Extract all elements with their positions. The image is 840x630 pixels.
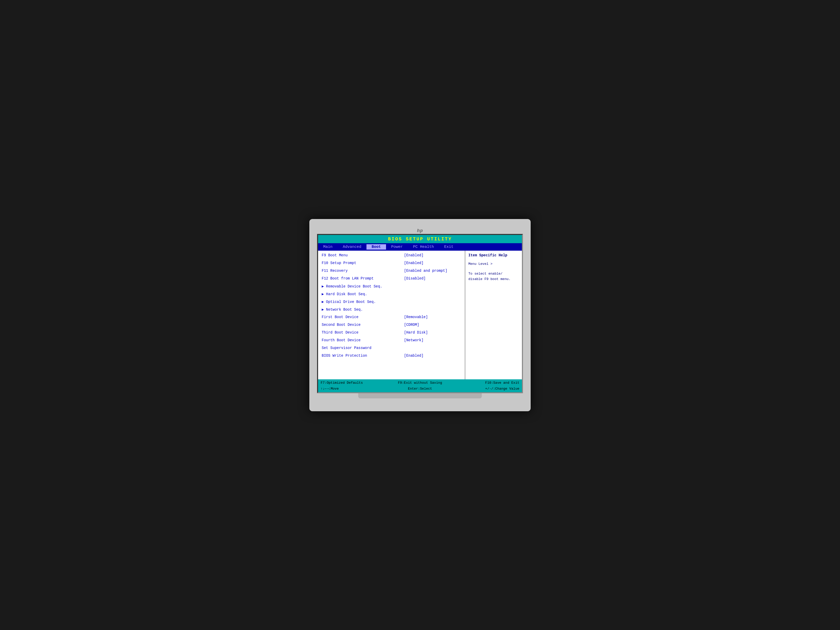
- label-f10-setup: F10 Setup Prompt: [322, 261, 404, 265]
- label-harddisk-boot-seq: Hard Disk Boot Seq.: [322, 292, 404, 296]
- label-third-boot-device: Third Boot Device: [322, 330, 404, 335]
- label-fourth-boot-device: Fourth Boot Device: [322, 338, 404, 342]
- menu-bar: Main Advanced Boot Power PC Health Exit: [318, 243, 522, 251]
- help-title: Item Specific Help: [468, 253, 519, 257]
- row-network-boot-seq[interactable]: Network Boot Seq.: [322, 307, 461, 314]
- label-optical-boot-seq: Optical Drive Boot Seq.: [322, 300, 404, 304]
- value-fourth-boot-device: [Network]: [404, 338, 423, 342]
- footer-bar-row1: F7:Optimized Defaults F9:Exit without Sa…: [318, 379, 522, 386]
- value-first-boot-device: [Removable]: [404, 315, 428, 319]
- menu-pc-health[interactable]: PC Health: [408, 244, 439, 249]
- label-network-boot-seq: Network Boot Seq.: [322, 307, 404, 312]
- menu-boot[interactable]: Boot: [366, 244, 386, 249]
- label-first-boot-device: First Boot Device: [322, 315, 404, 319]
- label-f11-recovery: F11 Recovery: [322, 269, 404, 273]
- footer-bar-row2: ↑↓←→:Move Enter:Select +/-/:Change Value: [318, 386, 522, 392]
- help-menu-level: Menu Level >: [468, 262, 519, 267]
- help-panel: Item Specific Help Menu Level > To selec…: [465, 251, 522, 379]
- monitor: hp BIOS SETUP UTILITY Main Advanced Boot…: [309, 219, 531, 411]
- screen: BIOS SETUP UTILITY Main Advanced Boot Po…: [317, 234, 523, 393]
- main-panel: F9 Boot Menu [Enabled] F10 Setup Prompt …: [318, 251, 465, 379]
- value-f9-boot-menu: [Enabled]: [404, 253, 423, 257]
- row-f12-lan[interactable]: F12 Boot from LAN Prompt [Disabled]: [322, 276, 461, 283]
- row-removable-boot-seq[interactable]: Removable Device Boot Seq.: [322, 284, 461, 291]
- label-removable-boot-seq: Removable Device Boot Seq.: [322, 284, 404, 289]
- menu-exit[interactable]: Exit: [439, 244, 459, 249]
- menu-main[interactable]: Main: [318, 244, 338, 249]
- footer-enter: Enter:Select: [387, 387, 453, 391]
- menu-power[interactable]: Power: [386, 244, 408, 249]
- footer-f10[interactable]: F10:Save and Exit: [453, 381, 519, 385]
- row-f10-setup[interactable]: F10 Setup Prompt [Enabled]: [322, 261, 461, 268]
- label-supervisor-password: Set Supervisor Password: [322, 346, 404, 350]
- row-second-boot-device[interactable]: Second Boot Device [CDROM]: [322, 323, 461, 329]
- label-bios-write-protection: BIOS Write Protection: [322, 354, 404, 358]
- row-f9-boot-menu[interactable]: F9 Boot Menu [Enabled]: [322, 253, 461, 260]
- monitor-stand: [358, 393, 482, 398]
- footer-f9[interactable]: F9:Exit without Saving: [387, 381, 453, 385]
- row-third-boot-device[interactable]: Third Boot Device [Hard Disk]: [322, 330, 461, 337]
- row-supervisor-password[interactable]: Set Supervisor Password: [322, 346, 461, 352]
- content-area: F9 Boot Menu [Enabled] F10 Setup Prompt …: [318, 251, 522, 379]
- title-bar: BIOS SETUP UTILITY: [318, 235, 522, 243]
- footer-change-value: +/-/:Change Value: [453, 387, 519, 391]
- help-description: To select enable/ disable F9 boot menu.: [468, 271, 519, 282]
- label-second-boot-device: Second Boot Device: [322, 323, 404, 327]
- bios-title: BIOS SETUP UTILITY: [388, 237, 452, 242]
- value-f12-lan: [Disabled]: [404, 276, 426, 281]
- row-optical-boot-seq[interactable]: Optical Drive Boot Seq.: [322, 300, 461, 306]
- footer-f7[interactable]: F7:Optimized Defaults: [321, 381, 387, 385]
- value-third-boot-device: [Hard Disk]: [404, 330, 428, 335]
- hp-logo: hp: [317, 227, 523, 234]
- label-f12-lan: F12 Boot from LAN Prompt: [322, 276, 404, 281]
- value-second-boot-device: [CDROM]: [404, 323, 419, 327]
- footer-move: ↑↓←→:Move: [321, 387, 387, 391]
- row-first-boot-device[interactable]: First Boot Device [Removable]: [322, 315, 461, 322]
- value-f11-recovery: [Enabled and prompt]: [404, 269, 447, 273]
- value-f10-setup: [Enabled]: [404, 261, 423, 265]
- value-bios-write-protection: [Enabled]: [404, 354, 423, 358]
- label-f9-boot-menu: F9 Boot Menu: [322, 253, 404, 257]
- row-bios-write-protection[interactable]: BIOS Write Protection [Enabled]: [322, 354, 461, 360]
- menu-advanced[interactable]: Advanced: [338, 244, 366, 249]
- row-fourth-boot-device[interactable]: Fourth Boot Device [Network]: [322, 338, 461, 345]
- row-f11-recovery[interactable]: F11 Recovery [Enabled and prompt]: [322, 269, 461, 275]
- row-harddisk-boot-seq[interactable]: Hard Disk Boot Seq.: [322, 292, 461, 298]
